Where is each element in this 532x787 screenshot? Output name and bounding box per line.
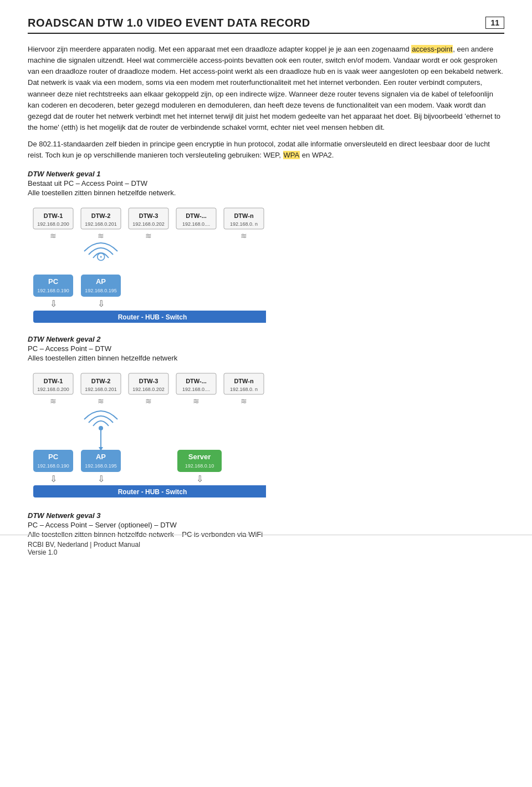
- page-number: 11: [485, 17, 504, 29]
- svg-text:192.168.0.200: 192.168.0.200: [37, 221, 69, 227]
- svg-text:⇩: ⇩: [50, 474, 57, 484]
- svg-text:DTW-n: DTW-n: [234, 378, 253, 384]
- svg-text:⊙: ⊙: [96, 250, 106, 263]
- svg-text:PC: PC: [48, 453, 59, 461]
- svg-text:⇩: ⇩: [98, 299, 105, 308]
- svg-text:⇩: ⇩: [98, 474, 105, 484]
- svg-text:192.168.0.201: 192.168.0.201: [85, 387, 117, 392]
- svg-text:≋: ≋: [241, 231, 247, 240]
- svg-text:192.168.0.10: 192.168.0.10: [185, 463, 214, 469]
- body-text-1b: , een andere machine die signalen uitzen…: [28, 45, 503, 131]
- svg-text:⇩: ⇩: [50, 299, 57, 308]
- footer: RCBI BV, Nederland | Product Manual Vers…: [0, 535, 532, 556]
- svg-text:≋: ≋: [145, 397, 152, 405]
- svg-point-50: [99, 426, 103, 430]
- footer-company: RCBI BV, Nederland: [28, 541, 88, 549]
- svg-text:192.168.0.202: 192.168.0.202: [132, 221, 165, 227]
- svg-text:≋: ≋: [50, 397, 57, 405]
- svg-text:192.168.0.200: 192.168.0.200: [37, 387, 69, 392]
- body-text-2a: De 802.11-standaarden zelf bieden in pri…: [28, 140, 490, 159]
- svg-text:192.168.0.195: 192.168.0.195: [85, 288, 117, 293]
- svg-text:≋: ≋: [50, 231, 57, 240]
- svg-text:DTW-...: DTW-...: [186, 212, 207, 219]
- section2-title: DTW Netwerk geval 2: [28, 335, 504, 343]
- section3-line1: PC – Access Point – Server (optioneel) –…: [28, 521, 504, 529]
- svg-text:Router - HUB - Switch: Router - HUB - Switch: [118, 488, 187, 496]
- page-title: ROADSCAN DTW 1.0 VIDEO EVENT DATA RECORD: [28, 17, 310, 29]
- svg-text:192.168.0. n: 192.168.0. n: [230, 387, 258, 392]
- svg-text:DTW-2: DTW-2: [91, 212, 111, 219]
- svg-text:DTW-3: DTW-3: [139, 212, 158, 219]
- svg-text:≋: ≋: [98, 231, 104, 240]
- svg-text:192.168.0.195: 192.168.0.195: [85, 463, 117, 469]
- footer-product: Product Manual: [94, 541, 140, 549]
- section1-line1: Bestaat uit PC – Access Point – DTW: [28, 179, 504, 187]
- svg-text:⇩: ⇩: [196, 474, 203, 484]
- section3-title: DTW Netwerk geval 3: [28, 511, 504, 520]
- page: ROADSCAN DTW 1.0 VIDEO EVENT DATA RECORD…: [0, 0, 532, 573]
- svg-text:≋: ≋: [145, 231, 152, 240]
- svg-text:≋: ≋: [98, 397, 104, 405]
- svg-text:192.168.0. n: 192.168.0. n: [230, 221, 258, 227]
- svg-text:192.168.0.202: 192.168.0.202: [132, 387, 165, 392]
- svg-text:≋: ≋: [193, 397, 200, 405]
- body-paragraph-2: De 802.11-standaarden zelf bieden in pri…: [28, 139, 504, 161]
- svg-text:192.168.0.201: 192.168.0.201: [85, 221, 117, 227]
- body-text-2b: en WPA2.: [300, 151, 334, 159]
- section1-title: DTW Netwerk geval 1: [28, 170, 504, 178]
- page-header: ROADSCAN DTW 1.0 VIDEO EVENT DATA RECORD…: [28, 17, 504, 34]
- svg-text:Server: Server: [188, 453, 211, 461]
- section2-line2: Alles toestellen zitten binnen hetzelfde…: [28, 354, 504, 362]
- footer-version: Versie 1.0: [28, 549, 504, 556]
- svg-text:DTW-2: DTW-2: [91, 378, 111, 384]
- highlight-wpa: WPA: [283, 151, 300, 159]
- body-paragraph-1: Hiervoor zijn meerdere apparaten nodig. …: [28, 44, 504, 133]
- svg-text:Router - HUB - Switch: Router - HUB - Switch: [118, 313, 187, 321]
- highlight-access-point: access-point: [411, 45, 453, 53]
- diagram1-svg: DTW-1 192.168.0.200 ≋ DTW-2 192.168.0.20…: [28, 202, 266, 324]
- svg-text:192.168.0....: 192.168.0....: [182, 221, 210, 227]
- footer-text: RCBI BV, Nederland | Product Manual: [28, 541, 504, 549]
- svg-text:192.168.0....: 192.168.0....: [182, 387, 210, 392]
- svg-text:AP: AP: [96, 277, 106, 286]
- svg-text:DTW-...: DTW-...: [186, 378, 207, 384]
- diagram-1: DTW-1 192.168.0.200 ≋ DTW-2 192.168.0.20…: [28, 202, 504, 326]
- section1-line2: Alle toestellen zitten binnen hetzelfde …: [28, 189, 504, 197]
- svg-text:DTW-1: DTW-1: [44, 212, 63, 219]
- svg-text:DTW-1: DTW-1: [44, 378, 63, 384]
- svg-text:AP: AP: [96, 453, 106, 461]
- diagram2-svg: DTW-1 192.168.0.200 ≋ DTW-2 192.168.0.20…: [28, 368, 266, 501]
- svg-text:PC: PC: [48, 277, 59, 286]
- svg-text:DTW-3: DTW-3: [139, 378, 158, 384]
- svg-text:192.168.0.190: 192.168.0.190: [37, 463, 69, 469]
- svg-text:DTW-n: DTW-n: [234, 212, 253, 219]
- section2-line1: PC – Access Point – DTW: [28, 344, 504, 353]
- svg-text:≋: ≋: [241, 397, 247, 405]
- diagram-2: DTW-1 192.168.0.200 ≋ DTW-2 192.168.0.20…: [28, 368, 504, 502]
- body-text-1a: Hiervoor zijn meerdere apparaten nodig. …: [28, 45, 411, 53]
- svg-text:192.168.0.190: 192.168.0.190: [37, 288, 69, 293]
